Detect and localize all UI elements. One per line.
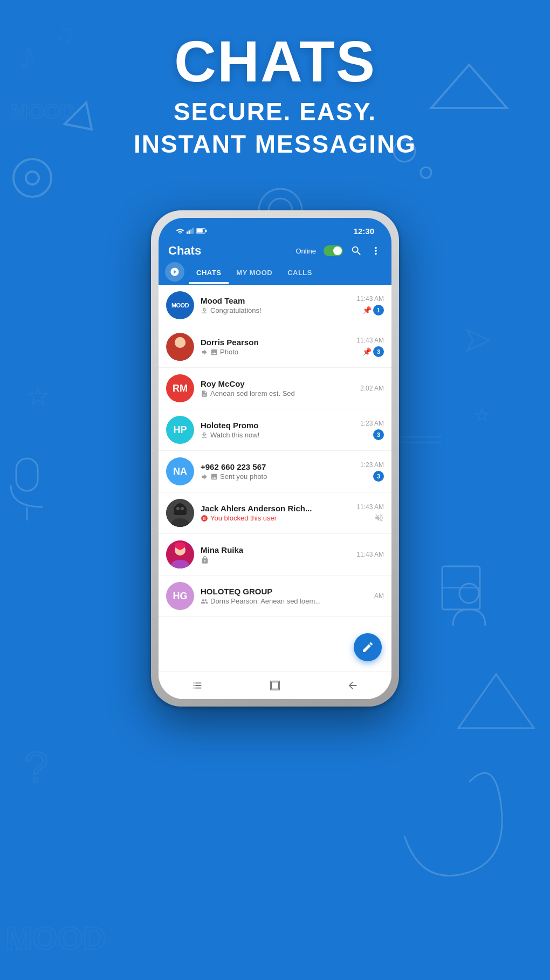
chat-item-mood-team[interactable]: MOOD Mood Team Congratulations! 11:43 AM… — [159, 285, 391, 326]
chat-meta: AM — [374, 592, 384, 600]
app-title: Chats — [168, 244, 201, 258]
search-icon[interactable] — [350, 245, 362, 257]
chat-item-mina[interactable]: Mina Ruika 11:43 AM — [159, 534, 391, 575]
svg-rect-27 — [192, 228, 194, 234]
phone-mockup: 12:30 Chats Online — [151, 210, 399, 707]
phone-frame: 12:30 Chats Online — [151, 210, 399, 707]
svg-rect-36 — [174, 506, 187, 515]
compose-fab[interactable] — [354, 633, 382, 661]
chat-name: Holoteq Promo — [201, 421, 354, 430]
mute-icon — [374, 513, 384, 523]
nav-back[interactable] — [347, 680, 359, 691]
chat-time: 1:23 AM — [360, 461, 384, 469]
chat-preview: You blocked this user — [201, 514, 350, 522]
phone-screen: 12:30 Chats Online — [159, 218, 391, 699]
more-icon[interactable] — [370, 245, 382, 257]
chat-preview: Aenean sed lorem est. Sed — [201, 389, 354, 398]
avatar-dorris — [166, 333, 194, 361]
back-icon — [347, 680, 359, 691]
signal-icon — [187, 228, 194, 234]
chat-name: Dorris Pearson — [201, 338, 350, 347]
chat-item-roy[interactable]: RM Roy McCoy Aenean sed lorem est. Sed 2… — [159, 368, 391, 409]
chat-name: Roy McCoy — [201, 379, 354, 388]
app-header: Chats Online — [159, 238, 391, 262]
photo2-icon — [210, 473, 218, 481]
chat-preview: Sent you photo — [201, 472, 354, 481]
online-toggle[interactable] — [324, 245, 343, 256]
chat-name: Mood Team — [201, 296, 350, 305]
main-subtitle: SECURE. EASY. INSTANT MESSAGING — [0, 96, 550, 161]
unread-badge: 3 — [373, 346, 384, 357]
svg-text:★: ★ — [475, 406, 489, 424]
svg-rect-26 — [190, 229, 192, 234]
chat-item-phone[interactable]: NA +962 660 223 567 Sent you photo 1:23 … — [159, 451, 391, 492]
chat-name: HOLOTEQ GROUP — [201, 587, 368, 596]
svg-text:➤: ➤ — [464, 321, 491, 358]
status-bar: 12:30 — [159, 218, 391, 238]
svg-rect-15 — [16, 458, 38, 491]
avatar-roy: RM — [166, 374, 194, 402]
status-time: 12:30 — [354, 227, 374, 236]
pin-icon: 📌 — [362, 347, 372, 356]
svg-rect-20 — [442, 566, 480, 609]
bottom-nav — [159, 671, 391, 699]
forward2-icon — [201, 473, 208, 481]
tab-chats[interactable]: CHATS — [189, 263, 229, 284]
chat-item-holoteq-group[interactable]: HG HOLOTEQ GROUP Dorris Pearson: Aenean … — [159, 575, 391, 617]
recents-icon — [191, 680, 203, 691]
chat-preview: Photo — [201, 348, 350, 356]
chat-time: 1:23 AM — [360, 420, 384, 427]
chat-meta: 11:43 AM 📌 1 — [356, 295, 384, 316]
chat-name: +962 660 223 567 — [201, 462, 354, 471]
avatar-jack — [166, 499, 194, 527]
avatar-phone: NA — [166, 457, 194, 485]
unread-badge: 1 — [373, 305, 384, 316]
photo-icon — [210, 348, 218, 356]
header-section: CHATS SECURE. EASY. INSTANT MESSAGING — [0, 32, 550, 161]
blocked-icon — [201, 515, 208, 522]
chat-name: Jack Ahlers Anderson Rich... — [201, 504, 350, 513]
toggle-dot — [333, 246, 342, 255]
chat-item-dorris[interactable]: Dorris Pearson Photo 11:43 AM 📌 3 — [159, 326, 391, 368]
compose-icon — [361, 641, 374, 654]
chat-info-jack: Jack Ahlers Anderson Rich... You blocked… — [201, 504, 350, 522]
chat-info-mina: Mina Ruika — [201, 545, 350, 564]
app-header-actions: Online — [295, 245, 382, 257]
avatar-image — [166, 333, 194, 361]
download2-icon — [201, 431, 208, 439]
chat-item-jack[interactable]: Jack Ahlers Anderson Rich... You blocked… — [159, 492, 391, 534]
avatar-holoteq-promo: HP — [166, 416, 194, 444]
chat-info-phone: +962 660 223 567 Sent you photo — [201, 462, 354, 481]
svg-text:★: ★ — [27, 382, 49, 410]
avatar-mood-team: MOOD — [166, 291, 194, 319]
svg-text:MOOD: MOOD — [5, 920, 106, 956]
chat-meta: 1:23 AM 3 — [360, 461, 384, 482]
chat-time: 11:43 AM — [356, 551, 384, 558]
mood-icon-tab[interactable] — [165, 262, 184, 282]
svg-point-38 — [181, 507, 184, 510]
forward-icon — [201, 348, 208, 356]
avatar-jack-img — [166, 499, 194, 527]
pin-icon: 📌 — [362, 306, 372, 314]
svg-rect-24 — [187, 231, 188, 234]
home-icon — [269, 680, 281, 691]
tab-my-mood[interactable]: MY MOOD — [229, 263, 280, 284]
svg-point-3 — [26, 172, 39, 184]
chat-time: 2:02 AM — [360, 385, 384, 392]
nav-home[interactable] — [269, 680, 281, 691]
tab-calls[interactable]: CALLS — [280, 263, 320, 284]
battery-icon — [196, 228, 207, 234]
download-icon — [201, 307, 208, 314]
nav-recents[interactable] — [191, 680, 203, 691]
svg-rect-30 — [205, 230, 207, 232]
avatar-mina-img — [166, 540, 194, 568]
chat-time: 11:43 AM — [356, 503, 384, 511]
group-icon — [201, 598, 208, 605]
svg-point-37 — [176, 507, 180, 510]
svg-rect-25 — [189, 230, 190, 234]
chat-preview: Congratulations! — [201, 306, 350, 314]
chat-time: 11:43 AM — [356, 337, 384, 344]
svg-point-33 — [175, 337, 185, 348]
chat-info-holoteq-group: HOLOTEQ GROUP Dorris Pearson: Aenean sed… — [201, 587, 368, 605]
chat-item-holoteq-promo[interactable]: HP Holoteq Promo Watch this now! 1:23 AM… — [159, 409, 391, 451]
